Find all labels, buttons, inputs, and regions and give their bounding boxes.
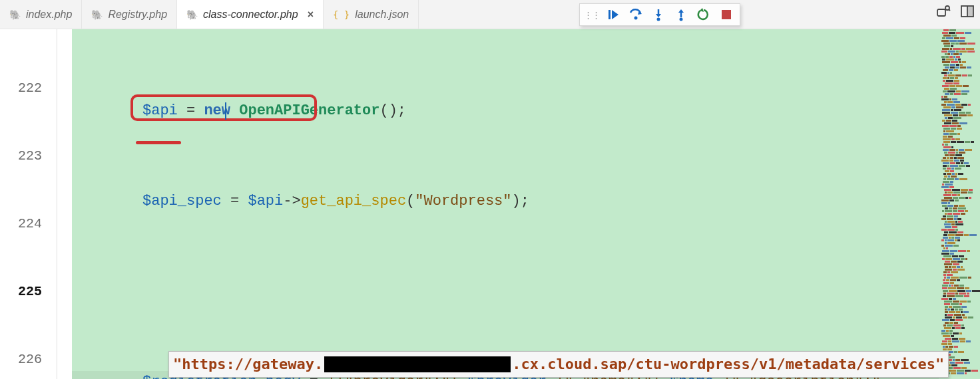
tab-label: Registry.php bbox=[108, 9, 167, 21]
svg-marker-5 bbox=[656, 14, 661, 17]
hover-suffix: .cx.cloud.sap/ctu-wordpress/v1/metadata/… bbox=[512, 353, 944, 376]
text-cursor bbox=[225, 102, 226, 120]
svg-point-3 bbox=[634, 17, 638, 20]
inline-search-icon[interactable] bbox=[936, 4, 951, 19]
code-line-223[interactable]: $api_spec = $api->get_api_spec("Wordpres… bbox=[72, 190, 939, 213]
svg-rect-11 bbox=[722, 10, 731, 19]
code-body[interactable]: $api = new OpenAPIGenerator(); $api_spec… bbox=[72, 29, 939, 379]
editor-actions bbox=[936, 4, 975, 19]
continue-button[interactable] bbox=[604, 5, 622, 24]
line-number: 223 bbox=[0, 145, 57, 168]
close-icon[interactable]: × bbox=[308, 9, 314, 21]
code-line-224[interactable] bbox=[72, 281, 939, 303]
code-editor[interactable]: 222 223 224 225 226 227 228 229 230 231 … bbox=[0, 29, 939, 379]
split-editor-icon[interactable] bbox=[960, 4, 975, 19]
svg-marker-1 bbox=[612, 10, 618, 19]
line-number: 224 bbox=[0, 213, 57, 235]
minimap-content bbox=[939, 29, 980, 374]
fold-column bbox=[57, 29, 72, 379]
tab-class-connector-php[interactable]: 🐘 class-connector.php × bbox=[177, 0, 324, 29]
minimap[interactable]: // generate decorative minimap lines doc… bbox=[939, 29, 980, 379]
tab-launch-json[interactable]: { } launch.json bbox=[324, 0, 419, 29]
tab-bar: 🐘 index.php 🐘 Registry.php 🐘 class-conne… bbox=[0, 0, 980, 29]
svg-point-6 bbox=[657, 18, 660, 21]
step-out-button[interactable] bbox=[672, 5, 690, 24]
hover-prefix: "https://gateway. bbox=[173, 353, 323, 376]
svg-rect-0 bbox=[609, 10, 611, 19]
step-over-button[interactable] bbox=[626, 5, 645, 24]
svg-rect-17 bbox=[968, 7, 973, 16]
svg-rect-12 bbox=[937, 9, 945, 16]
stop-button[interactable] bbox=[717, 5, 736, 24]
tab-label: launch.json bbox=[355, 9, 409, 21]
line-number-current: 225 bbox=[0, 281, 57, 303]
json-file-icon: { } bbox=[333, 9, 350, 20]
php-file-icon: 🐘 bbox=[91, 9, 103, 20]
line-number-gutter: 222 223 224 225 226 227 228 229 230 231 … bbox=[0, 29, 57, 379]
drag-handle-icon[interactable]: ⋮⋮ bbox=[584, 10, 600, 20]
redacted-segment bbox=[324, 356, 511, 372]
annotation-underline bbox=[136, 141, 181, 144]
svg-marker-8 bbox=[678, 9, 684, 13]
step-into-button[interactable] bbox=[649, 5, 668, 24]
debug-toolbar: ⋮⋮ bbox=[579, 3, 740, 26]
tab-label: index.php bbox=[26, 9, 72, 21]
php-file-icon: 🐘 bbox=[186, 9, 198, 20]
tab-label: class-connector.php bbox=[203, 9, 298, 21]
restart-button[interactable] bbox=[694, 5, 713, 24]
debug-hover-value: "https://gateway. .cx.cloud.sap/ctu-word… bbox=[168, 351, 949, 378]
line-number: 222 bbox=[0, 77, 57, 100]
line-number: 226 bbox=[0, 348, 57, 371]
tab-index-php[interactable]: 🐘 index.php bbox=[0, 0, 82, 29]
php-file-icon: 🐘 bbox=[9, 9, 21, 20]
code-line-222[interactable]: $api = new OpenAPIGenerator(); bbox=[72, 100, 939, 122]
svg-line-14 bbox=[949, 9, 950, 11]
svg-point-9 bbox=[680, 18, 683, 21]
tab-registry-php[interactable]: 🐘 Registry.php bbox=[82, 0, 177, 29]
